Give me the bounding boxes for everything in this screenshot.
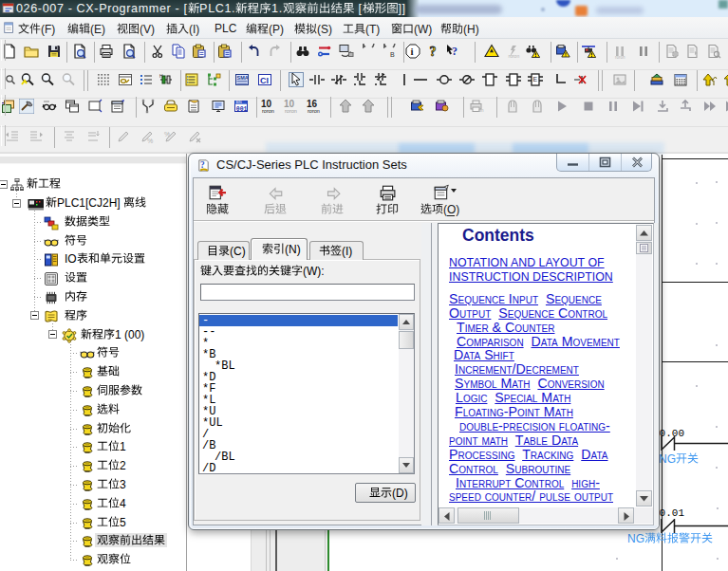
svg-text:roron: roron xyxy=(285,108,297,114)
svg-text:roron: roron xyxy=(262,108,274,114)
svg-text:on: on xyxy=(478,107,484,113)
svg-text:B: B xyxy=(390,51,395,58)
svg-text:BIN: BIN xyxy=(236,101,242,104)
svg-text:SMA: SMA xyxy=(237,75,249,81)
svg-text:H: H xyxy=(159,73,163,79)
svg-text:E: E xyxy=(533,76,538,83)
svg-text:roron: roron xyxy=(308,108,320,114)
svg-text:?: ? xyxy=(200,160,205,170)
svg-text:001: 001 xyxy=(236,106,248,113)
svg-text:?: ? xyxy=(452,45,457,58)
svg-text:roron: roron xyxy=(509,53,520,59)
svg-text:i: i xyxy=(411,46,414,57)
svg-text:CI: CI xyxy=(260,76,269,85)
svg-text:%: % xyxy=(164,131,170,138)
svg-text:roron: roron xyxy=(615,55,625,60)
svg-text:%: % xyxy=(147,138,153,144)
svg-text:?: ? xyxy=(430,45,437,59)
